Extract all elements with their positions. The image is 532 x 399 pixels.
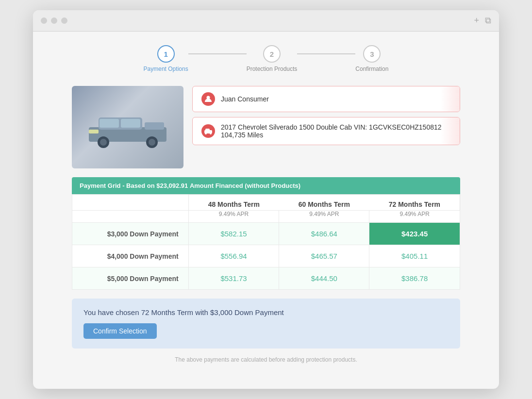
vehicle-icon [201, 124, 215, 138]
apr-row: 9.49% APR 9.49% APR 9.49% APR [72, 211, 460, 223]
add-tab-icon[interactable]: + [474, 16, 479, 26]
svg-rect-2 [145, 122, 164, 130]
svg-rect-12 [205, 129, 210, 131]
svg-rect-9 [89, 130, 99, 133]
apr-48: 9.49% APR [188, 211, 279, 223]
table-row: $5,000 Down Payment $531.73 $444.50 $386… [72, 267, 460, 290]
svg-point-4 [100, 139, 107, 146]
amount-3000-48[interactable]: $582.15 [188, 223, 279, 245]
amount-4000-60[interactable]: $465.57 [279, 245, 369, 267]
main-window: + ⧉ 1 Payment Options 2 Protection Produ… [33, 10, 499, 389]
apr-empty [72, 211, 189, 223]
amount-5000-60[interactable]: $444.50 [279, 267, 369, 290]
customer-card: Juan Consumer [192, 86, 460, 112]
down-3000-label: $3,000 Down Payment [72, 223, 189, 245]
down-4000-label: $4,000 Down Payment [72, 245, 189, 267]
car-image-inner [72, 86, 183, 168]
down-5000-label: $5,000 Down Payment [72, 267, 189, 290]
car-svg [84, 105, 171, 149]
step-3-circle: 3 [363, 45, 381, 63]
amount-5000-72[interactable]: $386.78 [369, 267, 460, 290]
confirm-selection-button[interactable]: Confirm Selection [83, 323, 157, 339]
info-section: Juan Consumer 2017 [72, 86, 460, 168]
svg-point-6 [149, 139, 155, 146]
payment-table: 48 Months Term 60 Months Term 72 Months … [72, 194, 460, 290]
step-1-circle: 1 [157, 45, 175, 63]
titlebar: + ⧉ [33, 10, 499, 32]
step-2-container: 2 Protection Products [247, 45, 298, 72]
step-3-container: 3 Confirmation [355, 45, 388, 72]
table-row: $4,000 Down Payment $556.94 $465.57 $405… [72, 245, 460, 267]
step-2-circle: 2 [263, 45, 281, 63]
apr-60: 9.49% APR [279, 211, 369, 223]
table-row: $3,000 Down Payment $582.15 $486.64 $423… [72, 223, 460, 245]
vehicle-info: 2017 Chevrolet Silverado 1500 Double Cab… [221, 123, 451, 139]
table-header-row: 48 Months Term 60 Months Term 72 Months … [72, 195, 460, 211]
selection-box: You have chosen 72 Months Term with $3,0… [72, 299, 460, 349]
step-line-1 [188, 53, 247, 54]
titlebar-actions: + ⧉ [474, 16, 491, 26]
car-image [72, 86, 183, 168]
apr-72: 9.49% APR [369, 211, 460, 223]
traffic-lights [41, 17, 67, 24]
footnote: The above payments are calculated before… [72, 356, 460, 363]
customer-icon [201, 92, 215, 106]
amount-5000-48[interactable]: $531.73 [188, 267, 279, 290]
step-3-label: Confirmation [355, 66, 388, 72]
svg-rect-7 [100, 119, 119, 128]
grid-amount: $23,092.91 [156, 182, 188, 189]
col-72-header: 72 Months Term [369, 195, 460, 211]
amount-3000-60[interactable]: $486.64 [279, 223, 369, 245]
step-1-container: 1 Payment Options [144, 45, 188, 72]
step-1-label: Payment Options [144, 66, 188, 72]
svg-point-14 [210, 133, 212, 134]
main-content: 1 Payment Options 2 Protection Products … [33, 32, 499, 378]
customer-name: Juan Consumer [221, 95, 269, 103]
step-2-label: Protection Products [247, 66, 298, 72]
window-icon[interactable]: ⧉ [485, 16, 491, 26]
col-48-header: 48 Months Term [188, 195, 279, 211]
empty-header [72, 195, 189, 211]
amount-4000-48[interactable]: $556.94 [188, 245, 279, 267]
stepper: 1 Payment Options 2 Protection Products … [72, 45, 460, 72]
col-60-header: 60 Months Term [279, 195, 369, 211]
info-cards: Juan Consumer 2017 [192, 86, 460, 168]
payment-grid-section: Payment Grid - Based on $23,092.91 Amoun… [72, 177, 460, 290]
grid-header: Payment Grid - Based on $23,092.91 Amoun… [72, 177, 460, 194]
selection-text: You have chosen 72 Months Term with $3,0… [83, 308, 449, 316]
svg-point-13 [205, 133, 207, 134]
vehicle-card: 2017 Chevrolet Silverado 1500 Double Cab… [192, 117, 460, 145]
step-line-2 [297, 53, 355, 54]
amount-4000-72[interactable]: $405.11 [369, 245, 460, 267]
close-button-tl[interactable] [41, 17, 47, 24]
maximize-button-tl[interactable] [61, 17, 67, 24]
amount-3000-72[interactable]: $423.45 [369, 223, 460, 245]
svg-rect-8 [121, 119, 140, 128]
minimize-button-tl[interactable] [51, 17, 57, 24]
